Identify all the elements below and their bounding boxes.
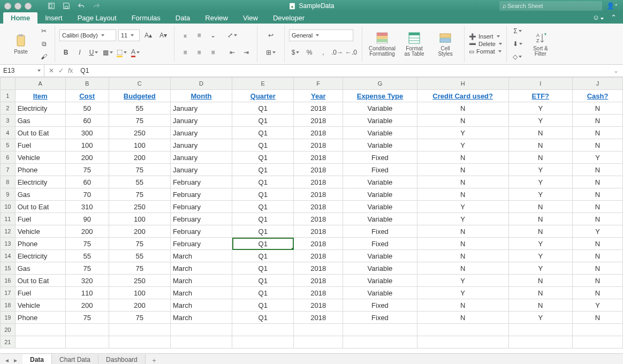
cell[interactable]: 50 [65,102,109,115]
format-painter-icon[interactable]: 🖌 [37,51,50,63]
cell[interactable]: Phone [15,312,65,324]
cell[interactable]: Y [417,275,508,287]
cell[interactable]: N [573,115,623,127]
cell[interactable] [294,324,343,336]
column-header[interactable]: H [417,78,508,90]
cell[interactable]: Fixed [343,312,417,324]
cell[interactable]: Out to Eat [15,275,65,287]
cell[interactable]: March [170,250,232,262]
ribbon-tab-view[interactable]: View [235,12,265,24]
cut-icon[interactable]: ✂ [37,25,50,37]
cell[interactable] [294,336,343,348]
italic-button[interactable]: I [73,47,86,58]
cell[interactable]: Q1 [232,287,294,299]
number-format-select[interactable]: General [289,29,353,41]
cell[interactable]: N [573,139,623,151]
cell[interactable]: January [170,164,232,176]
cell[interactable]: Phone [15,238,65,250]
autosave-icon[interactable] [48,2,55,10]
header-cell[interactable]: Month [170,90,232,102]
cell[interactable]: 250 [109,201,170,213]
cell[interactable]: Y [417,139,508,151]
increase-indent-icon[interactable]: ⇥ [240,47,253,58]
cell[interactable]: N [508,151,573,164]
ribbon-tab-developer[interactable]: Developer [265,12,312,24]
row-header[interactable]: 14 [1,250,16,262]
cancel-formula-icon[interactable]: ✕ [49,67,54,74]
cell[interactable] [170,336,232,348]
cell[interactable]: 60 [65,176,109,188]
cell[interactable] [417,324,508,336]
share-icon[interactable]: 👤⁺ [606,2,618,10]
cell[interactable]: February [170,225,232,238]
cell[interactable]: 2018 [294,164,343,176]
header-cell[interactable]: Item [15,90,65,102]
cell-styles-button[interactable]: Cell Styles [431,30,460,58]
cell[interactable]: Fixed [343,164,417,176]
cell[interactable]: Y [508,176,573,188]
fx-icon[interactable]: fx [68,67,73,74]
cell[interactable]: March [170,262,232,275]
minimize-window-icon[interactable] [14,3,21,10]
format-as-table-button[interactable]: Format as Table [400,30,429,58]
cell[interactable]: Fixed [343,238,417,250]
header-cell[interactable]: Cost [65,90,109,102]
cell[interactable]: 100 [109,139,170,151]
decrease-font-icon[interactable]: A▾ [157,29,170,41]
cell[interactable]: Variable [343,115,417,127]
cell[interactable]: Q1 [232,225,294,238]
cell[interactable]: N [573,262,623,275]
cell[interactable]: 100 [109,287,170,299]
cell[interactable] [508,336,573,348]
cell[interactable]: 75 [109,312,170,324]
cell[interactable]: 2018 [294,127,343,139]
align-right-icon[interactable]: ≡ [207,47,219,58]
cell[interactable]: N [417,250,508,262]
bold-button[interactable]: B [59,47,72,58]
cell[interactable]: N [508,127,573,139]
increase-font-icon[interactable]: A▴ [142,29,155,41]
cell[interactable]: 2018 [294,115,343,127]
row-header[interactable]: 2 [1,102,16,115]
row-header[interactable]: 3 [1,115,16,127]
cell[interactable]: N [417,238,508,250]
cell[interactable]: Q1 [232,127,294,139]
cell[interactable]: Out to Eat [15,201,65,213]
cell[interactable] [109,336,170,348]
cell[interactable]: 200 [109,151,170,164]
cell[interactable]: N [417,299,508,312]
row-header[interactable]: 5 [1,139,16,151]
cell[interactable]: Q1 [232,201,294,213]
cell[interactable] [170,324,232,336]
cell[interactable]: Q1 [232,188,294,201]
cell[interactable] [573,324,623,336]
cell[interactable]: 2018 [294,287,343,299]
cell[interactable] [508,324,573,336]
cell[interactable]: Q1 [232,312,294,324]
header-cell[interactable]: Year [294,90,343,102]
align-bottom-icon[interactable]: ⌄ [207,29,219,41]
cell[interactable]: Y [417,213,508,225]
cell[interactable]: N [573,250,623,262]
cell[interactable]: N [417,225,508,238]
cell[interactable]: Y [508,164,573,176]
row-header[interactable]: 8 [1,176,16,188]
cell[interactable]: N [573,287,623,299]
select-all-corner[interactable] [1,78,16,90]
column-header[interactable]: E [232,78,294,90]
cell[interactable]: N [417,188,508,201]
font-name-select[interactable]: Calibri (Body) [59,29,116,41]
cell[interactable]: Vehicle [15,151,65,164]
cell[interactable]: 75 [109,188,170,201]
paste-button[interactable]: Paste [6,33,35,56]
cell[interactable]: 310 [65,201,109,213]
cell[interactable]: N [573,312,623,324]
cell[interactable]: 200 [65,225,109,238]
cell[interactable]: N [573,275,623,287]
row-header[interactable]: 17 [1,287,16,299]
cell[interactable] [15,324,65,336]
cell[interactable]: N [417,151,508,164]
cell[interactable]: Y [508,312,573,324]
cell[interactable]: Gas [15,188,65,201]
undo-icon[interactable] [78,2,85,10]
